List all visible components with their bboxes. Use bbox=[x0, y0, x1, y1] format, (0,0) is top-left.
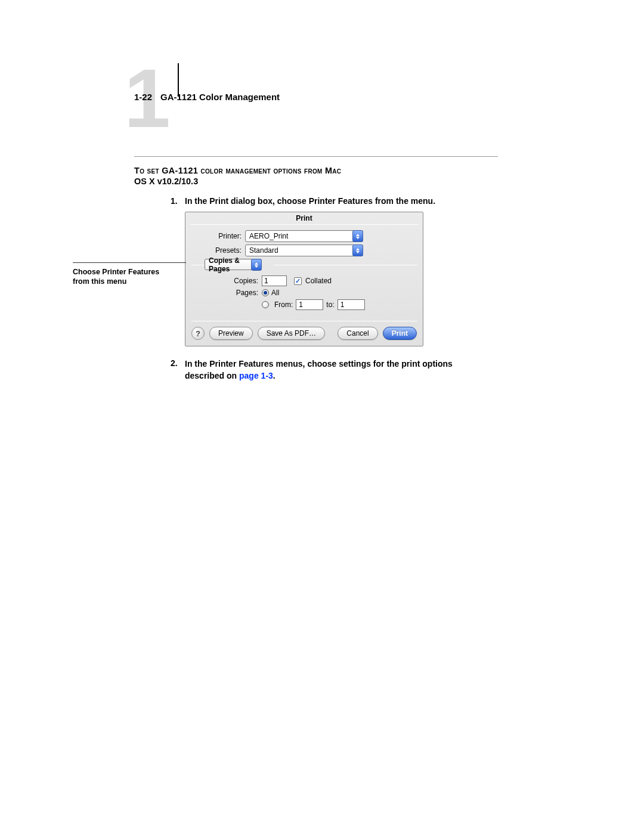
section-title: To set GA-1121 color management options … bbox=[134, 166, 341, 175]
step-2-text-b: . bbox=[273, 371, 275, 380]
section-rule-left bbox=[191, 265, 205, 265]
dialog-bottom-separator bbox=[191, 321, 417, 321]
help-icon: ? bbox=[196, 329, 200, 338]
page-ref: 1-22 bbox=[134, 92, 152, 102]
printer-value: AERO_Print bbox=[249, 232, 288, 240]
presets-label: Presets: bbox=[200, 246, 242, 255]
save-as-pdf-button[interactable]: Save As PDF… bbox=[258, 327, 325, 340]
step-1-text: In the Print dialog box, choose Printer … bbox=[185, 196, 495, 206]
updown-arrows-icon bbox=[352, 244, 363, 256]
pages-all-label: All bbox=[271, 289, 279, 297]
dialog-title: Print bbox=[185, 214, 423, 222]
pages-from-label: From: bbox=[274, 301, 293, 309]
step-2-text: In the Printer Features menus, choose se… bbox=[185, 358, 489, 382]
print-button-label: Print bbox=[392, 329, 408, 337]
section-rule-right bbox=[274, 265, 417, 265]
pages-to-field[interactable]: 1 bbox=[338, 299, 365, 310]
updown-arrows-icon bbox=[352, 230, 363, 242]
copies-value: 1 bbox=[264, 277, 268, 285]
section-menu-select[interactable]: Copies & Pages bbox=[205, 259, 262, 270]
dialog-top-separator bbox=[190, 224, 418, 225]
page-link[interactable]: page 1-3 bbox=[239, 371, 273, 380]
section-rule bbox=[134, 156, 498, 157]
step-2-number: 2. bbox=[171, 358, 178, 368]
preview-button-label: Preview bbox=[218, 329, 244, 337]
cancel-button-label: Cancel bbox=[346, 329, 369, 337]
collated-checkbox[interactable] bbox=[294, 277, 302, 285]
pages-to-value: 1 bbox=[340, 301, 345, 309]
section-subtitle: OS X v10.2/10.3 bbox=[134, 176, 198, 186]
printer-label: Printer: bbox=[200, 232, 242, 240]
callout-line-2: from this menu bbox=[73, 277, 126, 286]
pages-range-radio[interactable] bbox=[262, 301, 269, 308]
copies-field[interactable]: 1 bbox=[262, 275, 287, 286]
pages-all-radio[interactable] bbox=[262, 289, 269, 296]
print-button[interactable]: Print bbox=[383, 327, 417, 340]
cancel-button[interactable]: Cancel bbox=[338, 327, 377, 340]
help-button[interactable]: ? bbox=[191, 327, 205, 340]
updown-arrows-icon bbox=[251, 259, 262, 271]
printer-select[interactable]: AERO_Print bbox=[245, 230, 363, 242]
presets-select[interactable]: Standard bbox=[245, 244, 363, 256]
save-as-pdf-button-label: Save As PDF… bbox=[267, 329, 316, 337]
pages-label: Pages: bbox=[225, 289, 258, 297]
pages-to-label: to: bbox=[326, 301, 334, 309]
copies-label: Copies: bbox=[225, 277, 258, 285]
step-1-number: 1. bbox=[171, 196, 178, 206]
pages-from-field[interactable]: 1 bbox=[296, 299, 323, 310]
callout-line-1: Choose Printer Features bbox=[73, 268, 159, 276]
preview-button[interactable]: Preview bbox=[209, 327, 253, 340]
pages-from-value: 1 bbox=[299, 301, 303, 309]
step-2-text-a: In the Printer Features menus, choose se… bbox=[185, 359, 453, 380]
callout-text: Choose Printer Features from this menu bbox=[73, 267, 171, 287]
callout-leader-line bbox=[73, 262, 186, 263]
doc-title: GA-1121 Color Management bbox=[160, 92, 280, 102]
section-menu-value: Copies & Pages bbox=[209, 256, 248, 273]
print-dialog: Print Printer: AERO_Print Presets: Stand… bbox=[185, 212, 423, 346]
collated-label: Collated bbox=[305, 277, 332, 285]
presets-value: Standard bbox=[249, 246, 278, 255]
